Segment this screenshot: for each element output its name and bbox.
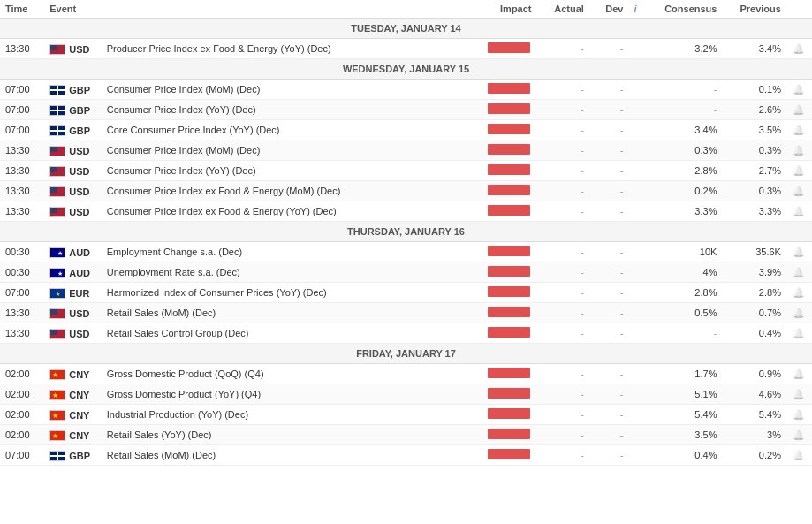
info-icon-cell	[628, 262, 648, 283]
impact-indicator	[466, 445, 535, 466]
table-row: 07:00GBPRetail Sales (MoM) (Dec)--0.4%0.…	[0, 445, 812, 466]
alert-bell[interactable]: 🔔	[786, 445, 812, 466]
event-currency: GBP	[44, 100, 102, 120]
event-currency: GBP	[44, 445, 102, 466]
consensus-value: 4%	[649, 262, 723, 283]
bell-icon: 🔔	[793, 84, 805, 95]
event-currency: CNY	[44, 364, 102, 384]
event-name: Retail Sales (MoM) (Dec)	[102, 445, 467, 466]
currency-label: USD	[69, 166, 89, 177]
alert-bell[interactable]: 🔔	[786, 364, 812, 384]
event-name: Retail Sales Control Group (Dec)	[102, 323, 467, 344]
deviation-value: -	[589, 39, 629, 59]
event-header: Event	[44, 0, 102, 19]
alert-bell[interactable]: 🔔	[786, 181, 812, 201]
info-icon-cell	[628, 323, 648, 344]
consensus-header: Consensus	[649, 0, 723, 19]
consensus-value: 3.3%	[649, 201, 723, 222]
table-row: 13:30USDConsumer Price Index (YoY) (Dec)…	[0, 161, 812, 181]
bell-icon: 🔔	[793, 429, 805, 440]
currency-label: GBP	[69, 85, 90, 95]
event-name: Consumer Price Index (MoM) (Dec)	[102, 140, 467, 161]
flag-cny	[49, 369, 65, 380]
consensus-value: 0.3%	[649, 140, 723, 161]
alert-bell[interactable]: 🔔	[786, 242, 812, 262]
alert-bell[interactable]: 🔔	[786, 425, 812, 445]
event-time: 13:30	[0, 181, 44, 201]
impact-indicator	[466, 262, 535, 283]
info-icon-cell	[628, 100, 648, 120]
alert-bell[interactable]: 🔔	[786, 303, 812, 323]
impact-indicator	[466, 140, 535, 161]
alert-bell[interactable]: 🔔	[786, 39, 812, 59]
alert-bell[interactable]: 🔔	[786, 100, 812, 120]
actual-value: -	[535, 242, 589, 262]
actual-header: Actual	[535, 0, 589, 19]
impact-bar	[488, 327, 530, 338]
alert-bell[interactable]: 🔔	[786, 384, 812, 405]
deviation-value: -	[589, 283, 629, 303]
deviation-value: -	[589, 364, 629, 384]
alert-bell[interactable]: 🔔	[786, 201, 812, 222]
event-time: 13:30	[0, 39, 44, 59]
flag-cny	[49, 430, 65, 441]
event-name: Industrial Production (YoY) (Dec)	[102, 405, 467, 425]
event-time: 02:00	[0, 384, 44, 405]
impact-bar	[488, 185, 530, 195]
actual-value: -	[535, 262, 589, 283]
event-currency: CNY	[44, 384, 102, 405]
actual-value: -	[535, 181, 589, 201]
event-name: Employment Change s.a. (Dec)	[102, 242, 467, 262]
bell-icon: 🔔	[793, 145, 805, 156]
flag-usd	[49, 207, 65, 217]
time-header: Time	[0, 0, 44, 19]
event-time: 02:00	[0, 405, 44, 425]
alert-bell[interactable]: 🔔	[786, 323, 812, 344]
impact-indicator	[466, 39, 535, 59]
impact-indicator	[466, 242, 535, 262]
flag-gbp	[49, 105, 65, 116]
event-time: 07:00	[0, 100, 44, 120]
impact-indicator	[466, 201, 535, 222]
currency-label: CNY	[69, 390, 89, 400]
alert-bell[interactable]: 🔔	[786, 283, 812, 303]
event-time: 07:00	[0, 80, 44, 100]
dev-header: Dev	[589, 0, 629, 19]
table-row: 00:30AUDEmployment Change s.a. (Dec)--10…	[0, 242, 812, 262]
event-currency: USD	[44, 181, 102, 201]
bell-icon: 🔔	[793, 389, 805, 399]
impact-bar	[488, 266, 530, 277]
blank-event-header	[102, 0, 467, 19]
currency-label: USD	[69, 308, 89, 319]
alert-bell[interactable]: 🔔	[786, 140, 812, 161]
table-row: 13:30USDRetail Sales Control Group (Dec)…	[0, 323, 812, 344]
flag-usd	[49, 329, 65, 339]
event-currency: USD	[44, 140, 102, 161]
event-time: 07:00	[0, 120, 44, 140]
event-currency: USD	[44, 303, 102, 323]
consensus-value: -	[649, 80, 723, 100]
alert-bell[interactable]: 🔔	[786, 262, 812, 283]
previous-header: Previous	[722, 0, 786, 19]
event-time: 07:00	[0, 445, 44, 466]
info-header[interactable]: i	[628, 0, 648, 19]
alert-bell[interactable]: 🔔	[786, 120, 812, 140]
info-icon-cell	[628, 39, 648, 59]
consensus-value: 1.7%	[649, 364, 723, 384]
actual-value: -	[535, 364, 589, 384]
impact-indicator	[466, 405, 535, 425]
event-name: Producer Price Index ex Food & Energy (Y…	[102, 39, 467, 59]
alert-bell[interactable]: 🔔	[786, 405, 812, 425]
currency-label: GBP	[69, 105, 90, 116]
flag-gbp	[49, 451, 65, 461]
table-row: 13:30USDProducer Price Index ex Food & E…	[0, 39, 812, 59]
deviation-value: -	[589, 405, 629, 425]
consensus-value: 0.2%	[649, 181, 723, 201]
actual-value: -	[535, 140, 589, 161]
alert-bell[interactable]: 🔔	[786, 161, 812, 181]
alert-bell[interactable]: 🔔	[786, 80, 812, 100]
info-icon-cell	[628, 283, 648, 303]
bell-icon: 🔔	[793, 409, 805, 420]
consensus-value: 3.2%	[649, 39, 723, 59]
consensus-value: 3.4%	[649, 120, 723, 140]
